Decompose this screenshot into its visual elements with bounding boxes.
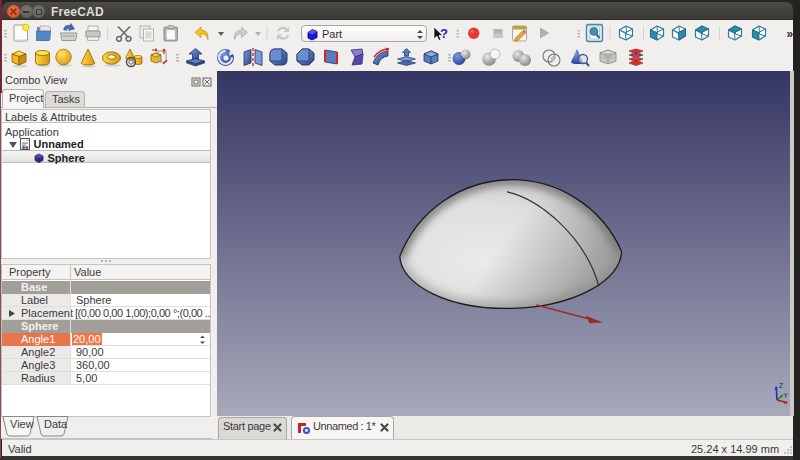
svg-text:Z: Z [779, 382, 783, 389]
svg-text:View: View [10, 418, 34, 430]
svg-text:Y: Y [784, 392, 789, 399]
svg-text:Data: Data [44, 418, 68, 430]
svg-text:»: » [787, 27, 794, 41]
svg-text:?: ? [440, 26, 448, 41]
